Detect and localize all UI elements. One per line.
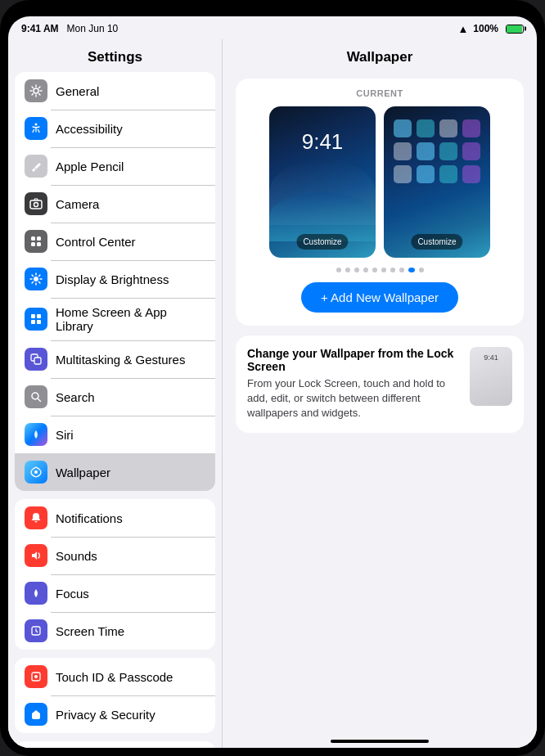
tip-preview: 9:41 bbox=[470, 347, 512, 406]
dot-8 bbox=[408, 268, 415, 272]
add-wallpaper-button[interactable]: + Add New Wallpaper bbox=[301, 282, 458, 313]
status-time: 9:41 AM bbox=[21, 23, 59, 34]
sidebar-item-control-center[interactable]: Control Center bbox=[15, 223, 215, 260]
dot-5 bbox=[381, 268, 386, 272]
sounds-label: Sounds bbox=[56, 549, 97, 563]
app-icon-2 bbox=[417, 119, 435, 137]
home-indicator bbox=[331, 740, 429, 743]
focus-label: Focus bbox=[56, 587, 89, 601]
ipad-screen: 9:41 AM Mon Jun 10 ▲ 100% Settings bbox=[8, 16, 537, 748]
sidebar-item-app-store[interactable]: App Store bbox=[15, 741, 215, 748]
general-label: General bbox=[56, 84, 99, 98]
svg-point-16 bbox=[34, 470, 38, 474]
status-bar: 9:41 AM Mon Jun 10 ▲ 100% bbox=[8, 16, 537, 39]
home-screen-icons bbox=[394, 119, 480, 183]
accessibility-label: Accessibility bbox=[56, 122, 123, 136]
wallpaper-panel-title: Wallpaper bbox=[223, 39, 537, 72]
privacy-icon bbox=[25, 703, 47, 726]
control-center-label: Control Center bbox=[56, 235, 136, 249]
app-icon-11 bbox=[439, 165, 457, 183]
screen-time-label: Screen Time bbox=[56, 624, 124, 638]
status-right: ▲ 100% bbox=[457, 23, 524, 35]
sidebar-item-home-screen[interactable]: Home Screen & App Library bbox=[15, 298, 215, 340]
display-icon bbox=[25, 268, 47, 290]
tip-desc: From your Lock Screen, touch and hold to… bbox=[247, 376, 460, 421]
current-label: CURRENT bbox=[245, 88, 514, 98]
multitasking-icon bbox=[25, 348, 47, 371]
sidebar-item-camera[interactable]: Camera bbox=[15, 185, 215, 223]
main-content: Settings General bbox=[8, 39, 537, 748]
multitasking-label: Multitasking & Gestures bbox=[56, 353, 185, 367]
svg-point-1 bbox=[35, 124, 38, 126]
home-customize-btn[interactable]: Customize bbox=[411, 234, 462, 250]
wallpaper-panel-content: CURRENT 9:41 Customize bbox=[223, 72, 537, 736]
sidebar-item-focus[interactable]: Focus bbox=[15, 574, 215, 612]
sidebar-item-accessibility[interactable]: Accessibility bbox=[15, 110, 215, 147]
home-screen-label: Home Screen & App Library bbox=[56, 305, 205, 333]
dot-9 bbox=[419, 268, 424, 272]
app-icon-1 bbox=[394, 119, 412, 137]
sidebar-item-general[interactable]: General bbox=[15, 72, 215, 110]
svg-point-0 bbox=[34, 88, 38, 93]
general-icon bbox=[25, 79, 47, 102]
lock-screen-preview[interactable]: 9:41 Customize bbox=[269, 106, 376, 258]
dot-3 bbox=[363, 268, 368, 272]
dot-7 bbox=[399, 268, 404, 272]
apple-pencil-icon bbox=[25, 155, 47, 178]
page-dots bbox=[245, 268, 514, 272]
search-icon bbox=[25, 385, 47, 408]
search-label: Search bbox=[56, 390, 95, 404]
app-icon-7 bbox=[439, 142, 457, 160]
dot-6 bbox=[390, 268, 395, 272]
status-date: Mon Jun 10 bbox=[67, 23, 119, 34]
sidebar-item-siri[interactable]: Siri bbox=[15, 416, 215, 453]
ipad-frame: 9:41 AM Mon Jun 10 ▲ 100% Settings bbox=[0, 0, 545, 756]
dot-2 bbox=[354, 268, 359, 272]
accessibility-icon bbox=[25, 117, 47, 140]
wallpaper-card: CURRENT 9:41 Customize bbox=[236, 79, 524, 326]
sidebar-group-3: Touch ID & Passcode Privacy & Security bbox=[15, 658, 215, 733]
sidebar-scroll: General Accessibility Appl bbox=[8, 72, 222, 748]
wallpaper-icon bbox=[25, 461, 47, 484]
wallpaper-previews: 9:41 Customize bbox=[245, 106, 514, 258]
sidebar-item-touch-id[interactable]: Touch ID & Passcode bbox=[15, 658, 215, 695]
dot-1 bbox=[345, 268, 350, 272]
add-wallpaper-label: + Add New Wallpaper bbox=[321, 290, 439, 304]
notifications-icon bbox=[25, 506, 47, 529]
svg-rect-11 bbox=[31, 320, 35, 324]
sidebar-item-notifications[interactable]: Notifications bbox=[15, 499, 215, 537]
sidebar-item-multitasking[interactable]: Multitasking & Gestures bbox=[15, 340, 215, 378]
sidebar-group-1: General Accessibility Appl bbox=[15, 72, 215, 491]
sidebar-item-search[interactable]: Search bbox=[15, 378, 215, 416]
app-icon-4 bbox=[462, 119, 480, 137]
battery-fill bbox=[507, 25, 522, 33]
sidebar-title: Settings bbox=[8, 39, 222, 72]
svg-rect-12 bbox=[37, 320, 41, 324]
sidebar-item-display[interactable]: Display & Brightness bbox=[15, 260, 215, 298]
sidebar-item-sounds[interactable]: Sounds bbox=[15, 537, 215, 574]
camera-label: Camera bbox=[56, 197, 99, 211]
main-panel: Wallpaper CURRENT 9:41 Custo bbox=[223, 39, 537, 748]
app-icon-3 bbox=[439, 119, 457, 137]
sidebar-item-wallpaper[interactable]: Wallpaper bbox=[15, 453, 215, 491]
camera-icon bbox=[25, 192, 47, 215]
sidebar-item-privacy[interactable]: Privacy & Security bbox=[15, 695, 215, 733]
svg-rect-14 bbox=[34, 358, 41, 364]
focus-icon bbox=[25, 582, 47, 605]
svg-point-15 bbox=[32, 393, 38, 399]
wifi-icon: ▲ bbox=[457, 23, 468, 35]
battery-icon bbox=[506, 25, 524, 34]
tip-title: Change your Wallpaper from the Lock Scre… bbox=[247, 347, 460, 373]
app-icon-5 bbox=[394, 142, 412, 160]
sidebar-item-apple-pencil[interactable]: Apple Pencil bbox=[15, 147, 215, 185]
home-screen-icon bbox=[25, 308, 47, 331]
app-icon-12 bbox=[462, 165, 480, 183]
home-screen-preview[interactable]: Customize bbox=[384, 106, 490, 258]
sidebar-item-screen-time[interactable]: Screen Time bbox=[15, 612, 215, 650]
display-label: Display & Brightness bbox=[56, 272, 169, 286]
wallpaper-label: Wallpaper bbox=[56, 466, 110, 479]
app-icon-10 bbox=[417, 165, 435, 183]
lock-customize-btn[interactable]: Customize bbox=[296, 234, 348, 250]
wallpaper-tip-card: Change your Wallpaper from the Lock Scre… bbox=[236, 335, 524, 433]
svg-rect-5 bbox=[37, 236, 41, 241]
